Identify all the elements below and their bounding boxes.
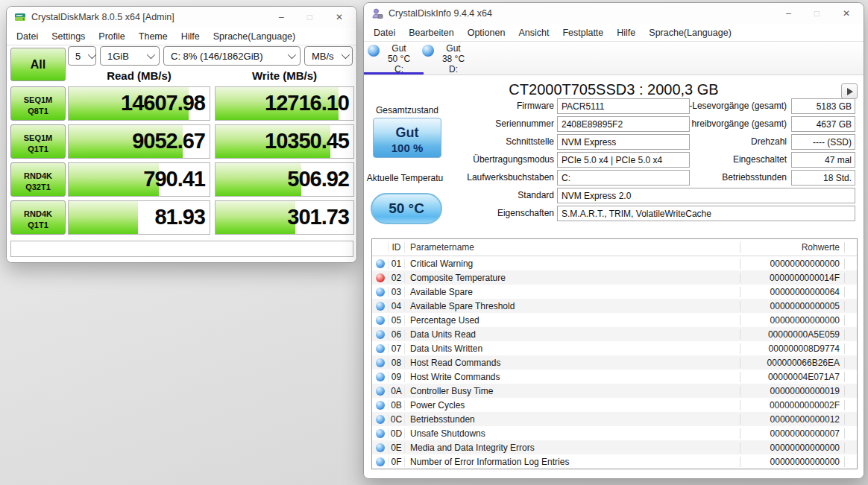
test-type-button[interactable]: RND4KQ32T1: [10, 162, 66, 197]
result-value: 14607.98: [121, 91, 205, 115]
field-value-box: PACR5111: [557, 98, 690, 114]
menu-item-festplatte[interactable]: Festplatte: [556, 28, 610, 38]
menu-item-hilfe[interactable]: Hilfe: [174, 31, 207, 42]
test-type-button[interactable]: SEQ1MQ1T1: [10, 124, 66, 159]
target-drive-dropdown[interactable]: C: 8% (146/1862GiB): [163, 46, 301, 66]
chevron-down-icon: [341, 51, 349, 59]
raw-column-header: Rohwerte: [740, 242, 845, 253]
chevron-down-icon: [88, 51, 96, 59]
smart-attribute-raw: 000000066B26EA: [740, 358, 845, 368]
field-label: Schnittstelle: [364, 136, 554, 147]
smart-attribute-name: Betriebsstunden: [404, 414, 740, 425]
status-good-icon: [376, 443, 385, 452]
test-type-button[interactable]: SEQ1MQ8T1: [10, 86, 66, 121]
field-label: Eigenschaften: [364, 208, 554, 218]
cdm-titlebar[interactable]: CrystalDiskMark 8.0.5 x64 [Admin] – □ ✕: [7, 7, 356, 28]
field-value-box: 18 Std.: [791, 170, 855, 186]
menu-item-theme[interactable]: Theme: [132, 31, 174, 42]
smart-attribute-name: Host Read Commands: [404, 358, 740, 368]
smart-attribute-id: 03: [388, 287, 404, 297]
field-value-box: 4637 GB: [791, 116, 855, 132]
menu-item-hilfe[interactable]: Hilfe: [610, 28, 642, 38]
smart-attribute-name: Power Cycles: [404, 400, 740, 410]
maximize-icon[interactable]: □: [307, 13, 312, 22]
smart-attribute-name: Media and Data Integrity Errors: [404, 443, 740, 453]
cdi-titlebar[interactable]: CrystalDiskInfo 9.4.4 x64 – □ ✕: [364, 3, 864, 24]
read-result-cell: 9052.67: [68, 124, 210, 159]
read-result-cell: 14607.98: [68, 86, 210, 121]
crystaldiskmark-window: CrystalDiskMark 8.0.5 x64 [Admin] – □ ✕ …: [6, 6, 357, 263]
drive-tab-d[interactable]: Gut38 °CD:: [418, 42, 473, 75]
maximize-icon[interactable]: □: [814, 9, 820, 18]
menu-item-datei[interactable]: Datei: [10, 31, 45, 42]
close-icon[interactable]: ✕: [843, 9, 850, 18]
field-label: -Lesevorgänge (gesamt): [690, 101, 788, 112]
id-column-header: ID: [388, 242, 404, 253]
smart-attribute-raw: 00000004E071A7: [740, 372, 845, 382]
smart-attribute-raw: 000000008D9774: [740, 343, 845, 354]
smart-attribute-name: Number of Error Information Log Entries: [404, 457, 740, 467]
drive-tab-c[interactable]: Gut50 °CC:: [364, 42, 418, 75]
field-value-box: NVM Express 2.0: [557, 188, 855, 203]
result-value: 12716.10: [265, 91, 349, 115]
write-result-cell: 506.92: [215, 162, 354, 197]
field-label: Standard: [364, 190, 554, 200]
smart-row: 05Percentage Used00000000000000: [372, 313, 857, 327]
unit-dropdown[interactable]: MB/s: [304, 46, 353, 66]
test-count-dropdown[interactable]: 5: [68, 46, 96, 66]
drive-tab-bar: Gut50 °CC:Gut38 °CD:: [364, 42, 864, 75]
smart-attribute-name: Critical Warning: [404, 259, 740, 269]
menu-item-sprache-language[interactable]: Sprache(Language): [642, 28, 738, 38]
usage-field-row: Drehzahl---- (SSD): [690, 134, 858, 150]
smart-attribute-id: 07: [388, 343, 404, 354]
smart-row: 04Available Spare Threshold0000000000000…: [372, 299, 857, 313]
drive-health: Gut: [380, 43, 418, 54]
smart-attribute-raw: 0000000000014F: [740, 273, 845, 283]
status-good-icon: [376, 302, 385, 311]
desktop-background: CrystalDiskMark 8.0.5 x64 [Admin] – □ ✕ …: [0, 0, 868, 485]
menu-item-sprache-language[interactable]: Sprache(Language): [207, 31, 303, 42]
test-type-button[interactable]: RND4KQ1T1: [10, 200, 66, 235]
status-good-icon: [376, 387, 385, 396]
smart-attribute-id: 09: [388, 372, 404, 382]
smart-attribute-name: Unsafe Shutdowns: [404, 428, 740, 439]
write-result-cell: 10350.45: [215, 124, 354, 159]
selected-drive-underline: [364, 72, 424, 75]
status-good-icon: [376, 358, 385, 367]
benchmark-row: RND4KQ32T1790.41506.92: [7, 162, 356, 197]
drive-temperature: 38 °C: [434, 54, 473, 64]
close-icon[interactable]: ✕: [336, 13, 343, 22]
smart-table-header: ID Parametername Rohwerte: [372, 239, 857, 256]
write-result-cell: 301.73: [215, 200, 354, 235]
window-controls: – □ ✕: [786, 9, 856, 18]
minimize-icon[interactable]: –: [279, 13, 284, 22]
field-value-box: ---- (SSD): [791, 134, 855, 150]
smart-attribute-raw: 00000000000000: [740, 457, 845, 467]
result-value: 10350.45: [265, 129, 349, 153]
menu-item-profile[interactable]: Profile: [92, 31, 131, 42]
window-title: CrystalDiskMark 8.0.5 x64 [Admin]: [31, 12, 174, 22]
menu-item-settings[interactable]: Settings: [45, 31, 92, 42]
smart-attribute-name: Composite Temperature: [404, 273, 740, 283]
write-result-cell: 12716.10: [215, 86, 354, 121]
menu-item-optionen[interactable]: Optionen: [461, 28, 512, 38]
menu-item-ansicht[interactable]: Ansicht: [512, 28, 556, 38]
menu-item-datei[interactable]: Datei: [367, 28, 402, 38]
all-tests-button[interactable]: All: [10, 48, 66, 81]
smart-row: 0DUnsafe Shutdowns00000000000007: [372, 426, 857, 440]
result-value: 506.92: [287, 167, 349, 191]
menu-item-bearbeiten[interactable]: Bearbeiten: [402, 28, 460, 38]
smart-attribute-raw: 00000000000000: [740, 443, 845, 453]
smart-attribute-raw: 00000000000019: [740, 386, 845, 396]
status-good-icon: [376, 457, 385, 466]
cdm-menubar: DateiSettingsProfileThemeHilfeSprache(La…: [7, 28, 356, 45]
next-drive-button[interactable]: [841, 83, 858, 99]
smart-row: 03Available Spare00000000000064: [372, 285, 857, 299]
smart-row: 0AController Busy Time00000000000019: [372, 384, 857, 398]
test-name: RND4K: [16, 171, 60, 182]
result-bar-fill: [69, 201, 138, 234]
smart-row: 09Host Write Commands00000004E071A7: [372, 370, 857, 384]
minimize-icon[interactable]: –: [786, 9, 791, 18]
test-size-dropdown[interactable]: 1GiB: [100, 46, 160, 66]
smart-attribute-id: 0C: [388, 414, 404, 425]
